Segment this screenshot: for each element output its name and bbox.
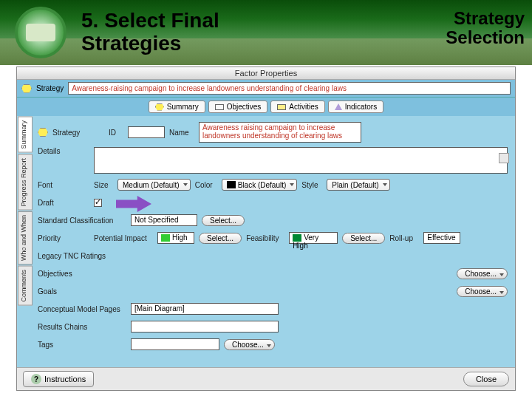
panel-body: Summary Progress Report Who and When Com… (17, 116, 515, 367)
scrollbar[interactable] (499, 153, 509, 163)
tab-indicators[interactable]: Indicators (328, 100, 383, 113)
cmp-label: Conceptual Model Pages (38, 305, 126, 313)
strategy-title-field[interactable]: Awareness-raising campaign to increase l… (68, 82, 511, 95)
details-label: Details (38, 147, 89, 155)
std-class-label: Standard Classification (38, 216, 126, 225)
rollup-label: Roll-up (389, 234, 419, 242)
side-tab-progress[interactable]: Progress Report (18, 154, 33, 211)
color-label: Color (195, 181, 217, 189)
strategy-hex-icon (21, 84, 32, 93)
side-tab-who-when[interactable]: Who and When (18, 211, 33, 265)
summary-form: Strategy ID Name Awareness raising campa… (33, 116, 515, 367)
tags-choose-button[interactable]: Choose... (224, 339, 275, 350)
slide-header: 5. Select Final Strategies Strategy Sele… (0, 0, 532, 65)
draft-label: Draft (38, 199, 89, 207)
slide-title-left: 5. Select Final Strategies (81, 10, 219, 55)
tab-summary[interactable]: Summary (149, 100, 205, 113)
style-label: Style (301, 181, 322, 189)
tab-activities[interactable]: Activities (270, 100, 324, 113)
potential-impact-label: Potential Impact (94, 234, 153, 242)
strategy-hex-icon (38, 128, 48, 137)
feasibility-select-button[interactable]: Select... (342, 233, 385, 244)
name-field[interactable]: Awareness raising campaign to increase l… (199, 122, 361, 143)
window-title: Factor Properties (17, 67, 515, 80)
id-label: ID (109, 129, 123, 137)
tab-objectives[interactable]: Objectives (208, 100, 268, 113)
globe-recycle-icon (15, 7, 66, 58)
std-class-field: Not Specified (131, 214, 197, 226)
rollup-field: Effective (423, 232, 460, 244)
goals-choose-button[interactable]: Choose... (457, 286, 508, 297)
tags-list[interactable] (131, 338, 219, 350)
top-tabs: Summary Objectives Activities Indicators (17, 98, 515, 116)
id-field[interactable] (128, 126, 165, 138)
window-footer: ? Instructions Close (17, 367, 515, 390)
strategy-header-row: Strategy Awareness-raising campaign to i… (17, 80, 515, 98)
potential-impact-field: High (157, 232, 194, 244)
feasibility-field: Very High (289, 232, 338, 244)
legacy-label: Legacy TNC Ratings (38, 252, 126, 260)
help-icon: ? (31, 374, 41, 384)
objectives-label: Objectives (38, 270, 89, 278)
side-tabs: Summary Progress Report Who and When Com… (17, 116, 33, 367)
side-tab-summary[interactable]: Summary (18, 117, 33, 153)
cmp-list[interactable]: [Main Diagram] (131, 303, 279, 315)
impact-select-button[interactable]: Select... (199, 233, 242, 244)
side-tab-comments[interactable]: Comments (18, 266, 33, 306)
results-chains-label: Results Chains (38, 323, 89, 331)
size-label: Size (94, 181, 113, 189)
draft-checkbox[interactable] (94, 199, 102, 207)
strategy-label: Strategy (52, 129, 104, 137)
priority-label: Priority (38, 234, 89, 242)
feasibility-label: Feasibility (246, 234, 284, 242)
details-field[interactable] (94, 147, 508, 174)
strategy-label: Strategy (36, 84, 64, 92)
size-dropdown[interactable]: Medium (Default) (117, 179, 191, 191)
font-label: Font (38, 181, 89, 189)
factor-properties-window: Factor Properties Strategy Awareness-rai… (16, 66, 516, 391)
name-label: Name (169, 129, 194, 137)
close-button[interactable]: Close (463, 372, 509, 386)
goals-label: Goals (38, 287, 89, 296)
results-list[interactable] (131, 321, 279, 332)
slide-title-right: Strategy Selection (446, 9, 525, 48)
style-dropdown[interactable]: Plain (Default) (327, 179, 389, 191)
std-class-select-button[interactable]: Select... (202, 215, 245, 226)
objectives-choose-button[interactable]: Choose... (457, 268, 508, 279)
instructions-button[interactable]: ? Instructions (23, 371, 94, 387)
tags-label: Tags (38, 341, 89, 349)
color-dropdown[interactable]: Black (Default) (222, 179, 298, 191)
